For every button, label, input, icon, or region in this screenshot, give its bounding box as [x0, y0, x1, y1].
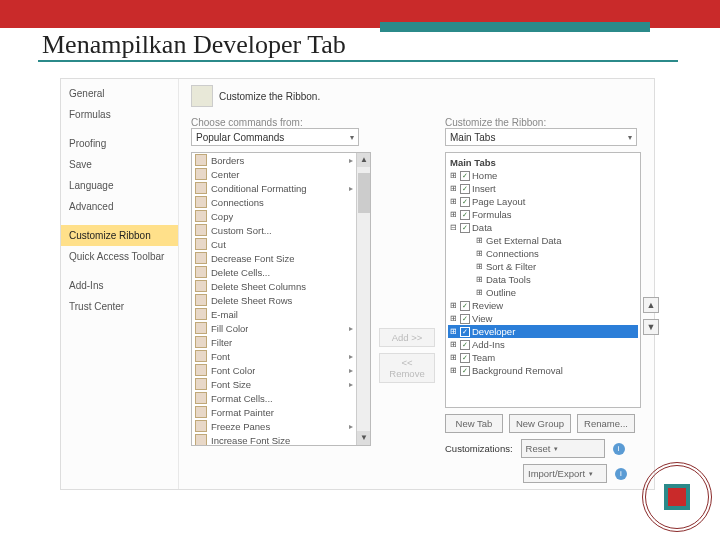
tree-node-view[interactable]: ⊞✓View: [448, 312, 638, 325]
university-logo: [642, 462, 712, 532]
add-button[interactable]: Add >>: [379, 328, 435, 347]
tree-node-home[interactable]: ⊞✓Home: [448, 169, 638, 182]
checkbox[interactable]: ✓: [460, 301, 470, 311]
checkbox[interactable]: ✓: [460, 210, 470, 220]
expand-icon[interactable]: ⊞: [448, 314, 458, 323]
command-item[interactable]: Font Color▸: [192, 363, 370, 377]
scroll-down-icon[interactable]: ▼: [357, 431, 371, 445]
scroll-thumb[interactable]: [358, 173, 370, 213]
expand-icon[interactable]: ⊞: [448, 340, 458, 349]
expand-icon[interactable]: ⊞: [448, 301, 458, 310]
sidebar-item-trust-center[interactable]: Trust Center: [61, 296, 178, 317]
choose-commands-dropdown[interactable]: Popular Commands ▾: [191, 128, 359, 146]
sidebar-item-formulas[interactable]: Formulas: [61, 104, 178, 125]
reset-button[interactable]: Reset▾: [521, 439, 605, 458]
expand-icon[interactable]: ⊞: [448, 353, 458, 362]
command-item[interactable]: Freeze Panes▸: [192, 419, 370, 433]
tree-node-page-layout[interactable]: ⊞✓Page Layout: [448, 195, 638, 208]
scroll-up-icon[interactable]: ▲: [357, 153, 371, 167]
checkbox[interactable]: ✓: [460, 353, 470, 363]
command-item[interactable]: Increase Font Size: [192, 433, 370, 446]
command-item[interactable]: Conditional Formatting▸: [192, 181, 370, 195]
tree-node-developer[interactable]: ⊞✓Developer: [448, 325, 638, 338]
tree-node-data-tools[interactable]: ⊞Data Tools: [448, 273, 638, 286]
info-icon: i: [615, 468, 627, 480]
tabs-tree[interactable]: Main Tabs⊞✓Home⊞✓Insert⊞✓Page Layout⊞✓Fo…: [445, 152, 641, 408]
command-item[interactable]: Font Size▸: [192, 377, 370, 391]
new-tab-button[interactable]: New Tab: [445, 414, 503, 433]
tree-node-connections[interactable]: ⊞Connections: [448, 247, 638, 260]
new-group-button[interactable]: New Group: [509, 414, 571, 433]
expand-icon[interactable]: ⊞: [448, 184, 458, 193]
sidebar-item-quick-access-toolbar[interactable]: Quick Access Toolbar: [61, 246, 178, 267]
tree-node-background-removal[interactable]: ⊞✓Background Removal: [448, 364, 638, 377]
command-item[interactable]: Filter: [192, 335, 370, 349]
command-icon: [195, 280, 207, 292]
expand-icon[interactable]: ⊞: [474, 236, 484, 245]
sidebar-item-general[interactable]: General: [61, 83, 178, 104]
tree-label: Page Layout: [472, 196, 525, 207]
checkbox[interactable]: ✓: [460, 197, 470, 207]
expand-icon[interactable]: ⊞: [474, 262, 484, 271]
tree-node-team[interactable]: ⊞✓Team: [448, 351, 638, 364]
checkbox[interactable]: ✓: [460, 366, 470, 376]
checkbox[interactable]: ✓: [460, 184, 470, 194]
sidebar-item-proofing[interactable]: Proofing: [61, 133, 178, 154]
sidebar-item-advanced[interactable]: Advanced: [61, 196, 178, 217]
commands-scrollbar[interactable]: ▲ ▼: [356, 153, 370, 445]
checkbox[interactable]: ✓: [460, 340, 470, 350]
remove-button[interactable]: << Remove: [379, 353, 435, 383]
command-item[interactable]: Decrease Font Size: [192, 251, 370, 265]
commands-listbox[interactable]: ▲ ▼ Borders▸CenterConditional Formatting…: [191, 152, 371, 446]
tree-node-data[interactable]: ⊟✓Data: [448, 221, 638, 234]
tree-node-outline[interactable]: ⊞Outline: [448, 286, 638, 299]
command-icon: [195, 224, 207, 236]
import-export-button[interactable]: Import/Export▾: [523, 464, 607, 483]
tree-node-get-external-data[interactable]: ⊞Get External Data: [448, 234, 638, 247]
sidebar-item-language[interactable]: Language: [61, 175, 178, 196]
command-item[interactable]: E-mail: [192, 307, 370, 321]
tree-node-insert[interactable]: ⊞✓Insert: [448, 182, 638, 195]
checkbox[interactable]: ✓: [460, 171, 470, 181]
expand-icon[interactable]: ⊞: [474, 249, 484, 258]
command-item[interactable]: Format Cells...: [192, 391, 370, 405]
expand-icon[interactable]: ⊞: [474, 275, 484, 284]
command-item[interactable]: Copy: [192, 209, 370, 223]
move-up-button[interactable]: ▲: [643, 297, 659, 313]
command-item[interactable]: Format Painter: [192, 405, 370, 419]
rename-button[interactable]: Rename...: [577, 414, 635, 433]
command-item[interactable]: Delete Cells...: [192, 265, 370, 279]
command-item[interactable]: Fill Color▸: [192, 321, 370, 335]
expand-icon[interactable]: ⊞: [448, 327, 458, 336]
sidebar-item-save[interactable]: Save: [61, 154, 178, 175]
checkbox[interactable]: ✓: [460, 223, 470, 233]
info-icon: i: [613, 443, 625, 455]
tree-label: Data Tools: [486, 274, 531, 285]
checkbox[interactable]: ✓: [460, 314, 470, 324]
command-item[interactable]: Cut: [192, 237, 370, 251]
tree-node-review[interactable]: ⊞✓Review: [448, 299, 638, 312]
expand-icon[interactable]: ⊞: [448, 366, 458, 375]
command-item[interactable]: Delete Sheet Columns: [192, 279, 370, 293]
command-icon: [195, 336, 207, 348]
command-item[interactable]: Font▸: [192, 349, 370, 363]
tree-node-sort-&-filter[interactable]: ⊞Sort & Filter: [448, 260, 638, 273]
sidebar-item-add-ins[interactable]: Add-Ins: [61, 275, 178, 296]
move-down-button[interactable]: ▼: [643, 319, 659, 335]
command-item[interactable]: Custom Sort...: [192, 223, 370, 237]
sidebar-item-customize-ribbon[interactable]: Customize Ribbon: [61, 225, 178, 246]
tree-node-formulas[interactable]: ⊞✓Formulas: [448, 208, 638, 221]
tree-node-add-ins[interactable]: ⊞✓Add-Ins: [448, 338, 638, 351]
expand-icon[interactable]: ⊞: [474, 288, 484, 297]
expand-icon[interactable]: ⊞: [448, 171, 458, 180]
checkbox[interactable]: ✓: [460, 327, 470, 337]
expand-icon[interactable]: ⊞: [448, 197, 458, 206]
command-icon: [195, 154, 207, 166]
command-item[interactable]: Borders▸: [192, 153, 370, 167]
command-item[interactable]: Delete Sheet Rows: [192, 293, 370, 307]
command-item[interactable]: Center: [192, 167, 370, 181]
command-item[interactable]: Connections: [192, 195, 370, 209]
expand-icon[interactable]: ⊞: [448, 210, 458, 219]
collapse-icon[interactable]: ⊟: [448, 223, 458, 232]
customize-ribbon-dropdown[interactable]: Main Tabs ▾: [445, 128, 637, 146]
